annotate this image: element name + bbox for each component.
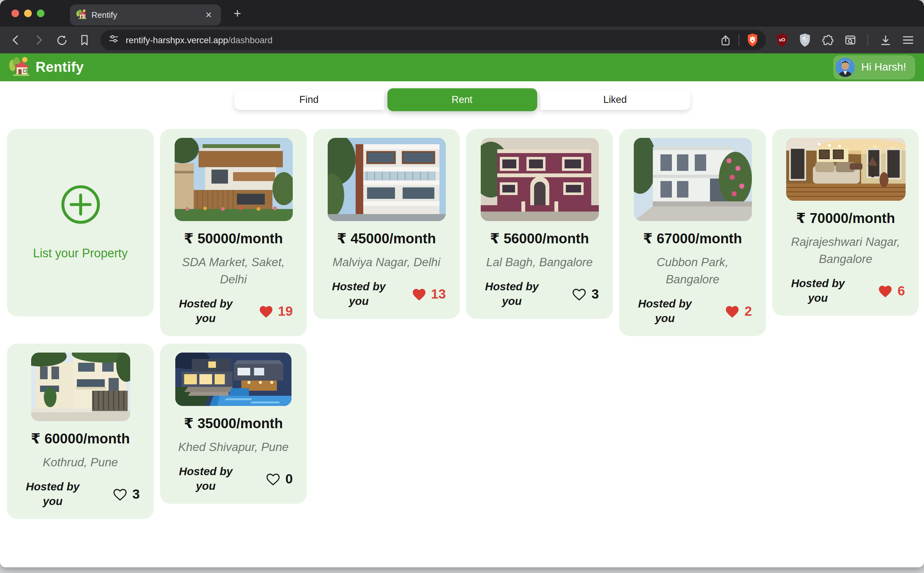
user-avatar: MAN (836, 58, 855, 77)
like-control[interactable]: 3 (113, 487, 140, 502)
hosted-by-label: Hosted by you (480, 280, 544, 310)
tab-liked[interactable]: Liked (540, 90, 690, 110)
location-label: Khed Shivapur, Pune (167, 439, 300, 456)
url-path: /dashboard (228, 35, 272, 45)
like-count: 3 (591, 287, 599, 302)
heart-filled-icon (411, 288, 427, 301)
site-settings-tune-icon[interactable] (108, 33, 119, 47)
reload-button[interactable] (52, 30, 71, 50)
property-card[interactable]: ₹ 60000/month Kothrud, Pune Hosted by yo… (7, 344, 154, 519)
svg-text:uO: uO (779, 37, 785, 42)
like-control[interactable]: 13 (411, 287, 446, 302)
back-button[interactable] (6, 30, 25, 50)
heart-outline-icon (113, 488, 128, 501)
price-label: ₹ 67000/month (643, 230, 742, 247)
like-count: 2 (744, 304, 752, 319)
heart-outline-icon (266, 472, 281, 486)
hosted-by-label: Hosted by you (786, 276, 850, 306)
browser-window: Rentify ✕ + rentify-harshpx.vercel.app/d… (0, 0, 924, 567)
property-card[interactable]: ₹ 50000/month SDA Market, Saket, Delhi H… (160, 129, 307, 336)
property-card[interactable]: ₹ 45000/month Malviya Nagar, Delhi Hoste… (313, 129, 460, 319)
property-card[interactable]: ₹ 35000/month Khed Shivapur, Pune Hosted… (160, 344, 307, 504)
toolbar-divider (868, 34, 868, 46)
user-menu-button[interactable]: MAN Hi Harsh! (833, 55, 915, 80)
location-label: Kothrud, Pune (31, 454, 130, 471)
hosted-by-label: Hosted by you (327, 280, 391, 310)
brave-shields-lion-icon[interactable] (743, 30, 762, 50)
menu-hamburger-icon[interactable] (899, 30, 918, 50)
price-label: ₹ 70000/month (796, 210, 895, 227)
bookmark-icon[interactable] (75, 30, 94, 50)
price-label: ₹ 50000/month (184, 230, 283, 247)
location-label: Cubbon Park, Bangalore (619, 254, 766, 288)
add-plus-icon (60, 184, 101, 227)
location-label: SDA Market, Saket, Delhi (160, 254, 307, 288)
hosted-by-label: Hosted by you (174, 296, 238, 327)
property-photo (327, 138, 446, 221)
property-card[interactable]: ₹ 70000/month Rajrajeshwari Nagar, Banga… (772, 129, 919, 316)
app-title: Rentify (36, 59, 84, 75)
like-count: 3 (133, 487, 140, 502)
like-control[interactable]: 0 (266, 472, 293, 487)
rentify-logo-house-icon (9, 56, 29, 79)
browser-tab-strip: Rentify ✕ + (0, 0, 924, 27)
like-control[interactable]: 19 (258, 304, 293, 319)
greeting-label: Hi Harsh! (861, 61, 906, 74)
like-count: 19 (278, 304, 293, 319)
view-switcher: Find Rent Liked (0, 88, 924, 111)
browser-toolbar: rentify-harshpx.vercel.app/dashboard uO (0, 27, 924, 53)
privacy-shield-icon[interactable] (795, 30, 814, 50)
location-label: Rajrajeshwari Nagar, Bangalore (772, 234, 919, 268)
price-label: ₹ 56000/month (490, 230, 589, 247)
url-text[interactable]: rentify-harshpx.vercel.app/dashboard (126, 35, 716, 45)
hosted-by-label: Hosted by you (633, 296, 697, 327)
hosted-by-label: Hosted by you (21, 479, 84, 509)
list-property-label: List your Property (33, 246, 128, 260)
property-photo (174, 138, 292, 221)
zoom-window-button[interactable] (37, 9, 44, 17)
app-header: Rentify MAN Hi Harsh! (0, 53, 924, 81)
property-grid: List your Property ₹ 50000/month SDA Mar… (0, 111, 924, 519)
forward-button[interactable] (29, 30, 48, 50)
price-label: ₹ 35000/month (184, 415, 283, 432)
rentify-favicon-house-icon (76, 9, 86, 21)
like-control[interactable]: 2 (725, 304, 752, 319)
list-your-property-card[interactable]: List your Property (7, 129, 154, 316)
like-count: 6 (897, 283, 905, 299)
tab-find[interactable]: Find (234, 90, 384, 110)
downloads-icon[interactable] (876, 30, 895, 50)
location-label: Lal Bagh, Bangalore (475, 254, 604, 271)
window-controls (11, 9, 44, 17)
property-card[interactable]: ₹ 67000/month Cubbon Park, Bangalore Hos… (619, 129, 766, 336)
tab-title: Rentify (91, 10, 197, 20)
like-count: 13 (431, 287, 446, 302)
tab-rent[interactable]: Rent (387, 88, 537, 111)
search-tabs-icon[interactable] (841, 30, 860, 50)
price-label: ₹ 60000/month (31, 431, 130, 447)
property-photo (633, 138, 752, 221)
toolbar-divider (739, 34, 739, 46)
url-host: rentify-harshpx.vercel.app (126, 35, 228, 45)
heart-filled-icon (725, 305, 740, 319)
share-icon[interactable] (716, 30, 735, 50)
close-tab-icon[interactable]: ✕ (203, 9, 215, 20)
new-tab-button[interactable]: + (230, 7, 245, 20)
extensions-puzzle-icon[interactable] (818, 30, 837, 50)
property-photo (31, 352, 130, 421)
property-photo (480, 138, 599, 221)
close-window-button[interactable] (11, 9, 19, 17)
price-label: ₹ 45000/month (337, 230, 436, 247)
browser-tab-rentify[interactable]: Rentify ✕ (70, 5, 221, 25)
like-control[interactable]: 6 (878, 283, 905, 299)
property-photo (786, 138, 905, 201)
address-bar[interactable]: rentify-harshpx.vercel.app/dashboard (100, 30, 766, 50)
like-control[interactable]: 3 (572, 287, 599, 302)
ublock-origin-icon[interactable]: uO (772, 30, 791, 50)
like-count: 0 (285, 472, 293, 487)
property-card[interactable]: ₹ 56000/month Lal Bagh, Bangalore Hosted… (466, 129, 613, 319)
heart-outline-icon (572, 288, 587, 301)
hosted-by-label: Hosted by you (174, 464, 238, 494)
location-label: Malviya Nagar, Delhi (321, 254, 452, 271)
heart-filled-icon (878, 284, 893, 298)
minimize-window-button[interactable] (24, 9, 32, 17)
